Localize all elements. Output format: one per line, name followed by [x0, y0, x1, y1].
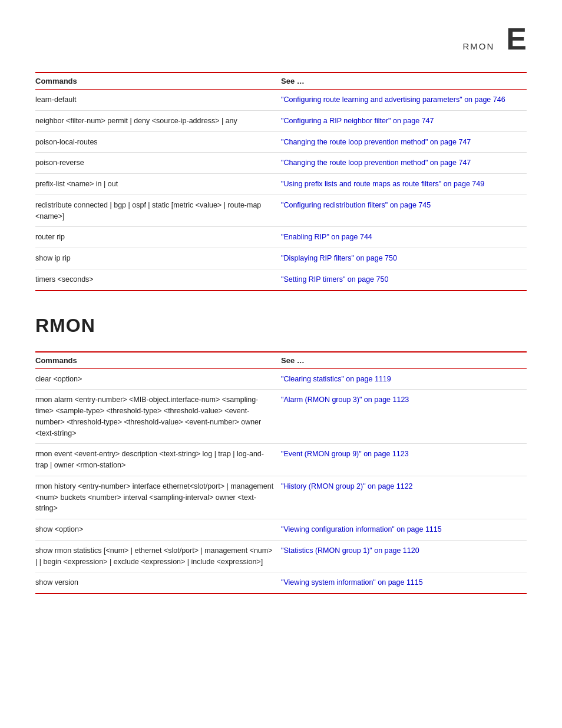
command-cell: timers <seconds>: [35, 269, 281, 290]
rip-col1-header: Commands: [35, 73, 281, 90]
command-cell: rmon event <event-entry> description <te…: [35, 444, 281, 476]
link-cell[interactable]: "Event (RMON group 9)" on page 1123: [281, 444, 527, 476]
command-cell: redistribute connected | bgp | ospf | st…: [35, 195, 281, 227]
link-cell[interactable]: "History (RMON group 2)" on page 1122: [281, 476, 527, 519]
link-cell[interactable]: "Alarm (RMON group 3)" on page 1123: [281, 390, 527, 444]
table-row: router rip"Enabling RIP" on page 744: [35, 227, 527, 248]
reference-link[interactable]: "Configuring route learning and advertis…: [281, 95, 505, 104]
table-row: poison-local-routes"Changing the route l…: [35, 131, 527, 153]
command-cell: rmon alarm <entry-number> <MIB-object.in…: [35, 390, 281, 444]
table-row: show ip rip"Displaying RIP filters" on p…: [35, 248, 527, 269]
link-cell[interactable]: "Changing the route loop prevention meth…: [281, 153, 527, 174]
command-cell: poison-local-routes: [35, 131, 281, 153]
table-row: neighbor <filter-num> permit | deny <sou…: [35, 110, 527, 131]
link-cell[interactable]: "Setting RIP timers" on page 750: [281, 269, 527, 290]
reference-link[interactable]: "Displaying RIP filters" on page 750: [281, 254, 397, 262]
command-cell: rmon history <entry-number> interface et…: [35, 476, 281, 519]
link-cell[interactable]: "Clearing statistics" on page 1119: [281, 368, 527, 390]
command-cell: show <option>: [35, 519, 281, 541]
table-row: redistribute connected | bgp | ospf | st…: [35, 195, 527, 227]
reference-link[interactable]: "Changing the route loop prevention meth…: [281, 159, 471, 167]
header-letter: E: [506, 24, 527, 54]
command-cell: poison-reverse: [35, 153, 281, 174]
reference-link[interactable]: "Viewing system information" on page 111…: [281, 578, 423, 587]
command-cell: neighbor <filter-num> permit | deny <sou…: [35, 110, 281, 131]
table-row: rmon history <entry-number> interface et…: [35, 476, 527, 519]
rmon-col1-header: Commands: [35, 352, 281, 369]
header-rmon-label: RMON: [462, 41, 494, 51]
rip-col2-header: See …: [281, 73, 527, 90]
link-cell[interactable]: "Viewing configuration information" on p…: [281, 519, 527, 541]
command-cell: prefix-list <name> in | out: [35, 174, 281, 195]
table-row: prefix-list <name> in | out"Using prefix…: [35, 174, 527, 195]
reference-link[interactable]: "Configuring redistribution filters" on …: [281, 201, 431, 209]
reference-link[interactable]: "Statistics (RMON group 1)" on page 1120: [281, 546, 419, 555]
reference-link[interactable]: "Changing the route loop prevention meth…: [281, 138, 471, 146]
reference-link[interactable]: "Clearing statistics" on page 1119: [281, 375, 391, 383]
link-cell[interactable]: "Statistics (RMON group 1)" on page 1120: [281, 540, 527, 572]
table-row: learn-default"Configuring route learning…: [35, 90, 527, 111]
link-cell[interactable]: "Configuring redistribution filters" on …: [281, 195, 527, 227]
link-cell[interactable]: "Configuring route learning and advertis…: [281, 90, 527, 111]
table-row: clear <option>"Clearing statistics" on p…: [35, 368, 527, 390]
command-cell: show version: [35, 572, 281, 594]
link-cell[interactable]: "Configuring a RIP neighbor filter" on p…: [281, 110, 527, 131]
rmon-col2-header: See …: [281, 352, 527, 369]
page: RMON E Commands See … learn-default"Conf…: [0, 0, 562, 728]
link-cell[interactable]: "Changing the route loop prevention meth…: [281, 131, 527, 153]
link-cell[interactable]: "Using prefix lists and route maps as ro…: [281, 174, 527, 195]
command-cell: learn-default: [35, 90, 281, 111]
table-row: show rmon statistics [<num> | ethernet <…: [35, 540, 527, 572]
link-cell[interactable]: "Displaying RIP filters" on page 750: [281, 248, 527, 269]
command-cell: show ip rip: [35, 248, 281, 269]
table-row: show <option>"Viewing configuration info…: [35, 519, 527, 541]
reference-link[interactable]: "Alarm (RMON group 3)" on page 1123: [281, 396, 409, 404]
table-row: show version"Viewing system information"…: [35, 572, 527, 594]
table-row: timers <seconds>"Setting RIP timers" on …: [35, 269, 527, 290]
reference-link[interactable]: "Configuring a RIP neighbor filter" on p…: [281, 117, 434, 125]
link-cell[interactable]: "Viewing system information" on page 111…: [281, 572, 527, 594]
reference-link[interactable]: "Using prefix lists and route maps as ro…: [281, 180, 484, 188]
command-cell: clear <option>: [35, 368, 281, 390]
reference-link[interactable]: "History (RMON group 2)" on page 1122: [281, 482, 413, 490]
table-row: rmon event <event-entry> description <te…: [35, 444, 527, 476]
link-cell[interactable]: "Enabling RIP" on page 744: [281, 227, 527, 248]
command-cell: show rmon statistics [<num> | ethernet <…: [35, 540, 281, 572]
table-row: poison-reverse"Changing the route loop p…: [35, 153, 527, 174]
page-header: RMON E: [35, 24, 527, 54]
command-cell: router rip: [35, 227, 281, 248]
table-row: rmon alarm <entry-number> <MIB-object.in…: [35, 390, 527, 444]
rmon-section-title: RMON: [35, 315, 527, 337]
reference-link[interactable]: "Event (RMON group 9)" on page 1123: [281, 450, 409, 458]
reference-link[interactable]: "Viewing configuration information" on p…: [281, 525, 442, 533]
reference-link[interactable]: "Setting RIP timers" on page 750: [281, 275, 388, 284]
reference-link[interactable]: "Enabling RIP" on page 744: [281, 233, 372, 241]
rmon-table: Commands See … clear <option>"Clearing s…: [35, 351, 527, 595]
rip-table: Commands See … learn-default"Configuring…: [35, 72, 527, 291]
